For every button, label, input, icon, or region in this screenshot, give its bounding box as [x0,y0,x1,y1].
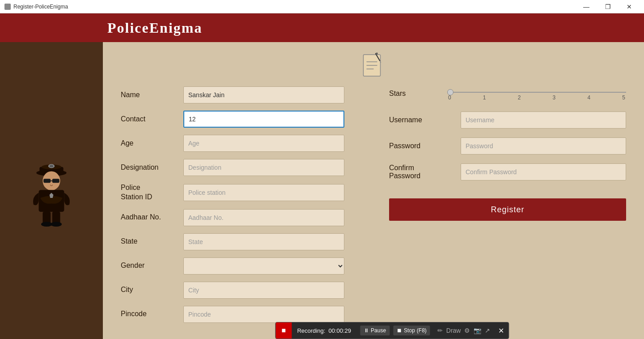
window-title: Register-PoliceEnigma [13,4,68,10]
username-input[interactable] [461,112,626,129]
password-row: Password [389,137,626,154]
left-column: Name Contact Age Designation [121,86,344,330]
recording-controls: ⏸ Pause ⏹ Stop (F8) [356,326,434,335]
pincode-row: Pincode [121,306,344,323]
tick-1: 1 [483,94,486,101]
state-row: State [121,233,344,250]
aadhaar-input[interactable] [183,209,344,226]
recording-label: Recording: 00:00:29 [292,327,356,334]
password-label: Password [389,142,461,150]
minimize-button[interactable]: — [576,0,597,13]
title-bar: Register-PoliceEnigma — ❐ ✕ [0,0,644,13]
form-columns: Name Contact Age Designation [121,86,626,330]
settings-icon[interactable]: ⚙ [464,327,470,334]
stars-row: Stars 0 1 2 3 4 5 [389,86,626,101]
age-input[interactable] [183,135,344,152]
slider-labels: 0 1 2 3 4 5 [447,94,626,101]
tick-0: 0 [448,94,451,101]
gender-row: Gender Male Female Other [121,257,344,275]
main-layout: Name Contact Age Designation [0,42,644,339]
city-label: City [121,285,183,295]
confirm-password-input[interactable] [461,163,626,180]
contact-row: Contact [121,111,344,128]
stars-slider-container: 0 1 2 3 4 5 [447,86,626,101]
pause-label: Pause [371,327,386,334]
tick-2: 2 [518,94,521,101]
svg-rect-6 [43,179,51,183]
camera-icon[interactable]: 📷 [474,327,481,334]
password-input[interactable] [461,137,626,154]
title-bar-controls: — ❐ ✕ [576,0,640,13]
svg-rect-7 [52,179,59,183]
svg-point-13 [41,222,52,227]
close-button[interactable]: ✕ [619,0,640,13]
pen-icon[interactable]: ✏ [437,327,443,334]
recording-red-icon: ■ [275,322,292,339]
designation-label: Designation [121,163,183,172]
username-row: Username [389,112,626,129]
form-icon-area [121,51,626,82]
city-row: City [121,282,344,299]
draw-label: Draw [446,327,461,334]
stop-shortcut: (F8) [417,327,427,334]
header-bar: PoliceEnigma [0,13,644,42]
name-row: Name [121,86,344,103]
contact-input[interactable] [183,111,344,128]
aadhaar-label: Aadhaar No. [121,213,183,222]
police-station-row: PoliceStation ID [121,183,344,202]
document-icon [360,51,387,80]
stop-label: Stop [404,327,415,334]
stars-slider[interactable] [447,92,626,93]
police-station-input[interactable] [183,184,344,201]
username-label: Username [389,116,461,124]
title-bar-left: Register-PoliceEnigma [4,4,68,10]
pause-button[interactable]: ⏸ Pause [360,326,390,335]
share-icon[interactable]: ↗ [485,327,490,334]
content-area: Name Contact Age Designation [103,42,644,339]
register-button[interactable]: Register [389,198,626,221]
tick-4: 4 [587,94,590,101]
tick-5: 5 [622,94,625,101]
recording-close-button[interactable]: ✕ [494,326,508,335]
confirm-password-row: ConfirmPassword [389,163,626,180]
app-icon [4,4,11,10]
recording-overlay: ■ Recording: 00:00:29 ⏸ Pause ⏹ Stop (F8… [275,322,509,339]
svg-point-14 [51,222,62,227]
pincode-label: Pincode [121,309,183,319]
police-officer-icon [20,155,83,227]
state-input[interactable] [183,233,344,250]
designation-input[interactable] [183,159,344,176]
police-station-label: PoliceStation ID [121,183,183,202]
sidebar [0,42,103,339]
maximize-button[interactable]: ❐ [597,0,618,13]
svg-point-4 [50,165,54,167]
age-label: Age [121,139,183,148]
designation-row: Designation [121,159,344,176]
gender-select[interactable]: Male Female Other [183,257,344,275]
right-column: Stars 0 1 2 3 4 5 [362,86,626,330]
stop-button[interactable]: ⏹ Stop (F8) [393,326,430,335]
name-input[interactable] [183,86,344,103]
stars-label: Stars [389,90,447,98]
state-label: State [121,237,183,246]
city-input[interactable] [183,282,344,299]
app-title: PoliceEnigma [107,20,202,36]
age-row: Age [121,135,344,152]
recording-extra-icons: ✏ Draw ⚙ 📷 ↗ [434,327,494,334]
name-label: Name [121,90,183,100]
confirm-password-label: ConfirmPassword [389,164,461,180]
tick-3: 3 [553,94,556,101]
gender-label: Gender [121,261,183,270]
pincode-input[interactable] [183,306,344,323]
aadhaar-row: Aadhaar No. [121,209,344,226]
contact-label: Contact [121,115,183,124]
